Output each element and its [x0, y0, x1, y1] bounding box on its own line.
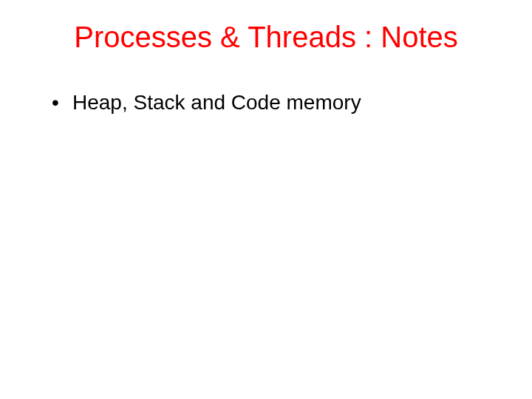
- bullet-list: Heap, Stack and Code memory: [44, 89, 488, 116]
- slide-title: Processes & Threads : Notes: [44, 21, 488, 54]
- bullet-item: Heap, Stack and Code memory: [52, 89, 488, 116]
- slide-container: Processes & Threads : Notes Heap, Stack …: [0, 0, 532, 399]
